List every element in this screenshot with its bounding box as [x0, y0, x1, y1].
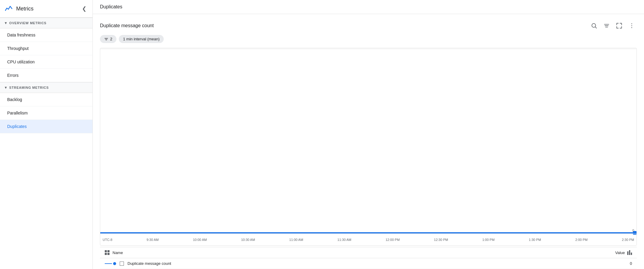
grid-icon	[105, 250, 110, 255]
x-label-1100: 11:00 AM	[289, 238, 303, 242]
chart-area: 1/s 0 UTC-8 9:30 AM 10:00 AM 10:30 AM 1	[100, 48, 637, 246]
streaming-nav-items: Backlog Parallelism Duplicates	[0, 93, 92, 133]
overview-metrics-section-header[interactable]: ▾ OVERVIEW METRICS	[0, 18, 92, 28]
x-label-100: 1:00 PM	[482, 238, 495, 242]
filter-icon	[603, 22, 610, 29]
filter-list-icon	[104, 37, 108, 41]
x-label-1000: 10:00 AM	[193, 238, 207, 242]
sidebar-item-errors[interactable]: Errors	[0, 69, 92, 82]
x-label-930: 9:30 AM	[147, 238, 159, 242]
chart-x-axis: UTC-8 9:30 AM 10:00 AM 10:30 AM 11:00 AM…	[100, 233, 637, 245]
filter-count-label: 2	[110, 37, 112, 41]
bar-1	[627, 251, 628, 255]
filter-count-chip[interactable]: 2	[100, 35, 116, 43]
search-icon	[591, 22, 597, 29]
sidebar-header: Metrics ❮	[0, 0, 92, 18]
grid-cell-4	[107, 253, 110, 255]
zero-value-label: 0	[632, 229, 634, 232]
main-content: Duplicates Duplicate message count	[93, 0, 644, 269]
fullscreen-icon	[616, 22, 622, 29]
x-label-130: 1:30 PM	[529, 238, 541, 242]
more-vert-icon	[628, 22, 635, 29]
page-header: Duplicates	[93, 0, 644, 14]
sidebar: Metrics ❮ ▾ OVERVIEW METRICS Data freshn…	[0, 0, 93, 269]
x-axis-labels: UTC-8 9:30 AM 10:00 AM 10:30 AM 11:00 AM…	[103, 238, 634, 242]
x-label-1030: 10:30 AM	[241, 238, 255, 242]
bars-icon	[627, 250, 632, 255]
bar-2	[629, 250, 630, 255]
legend-value-header: Value	[615, 250, 625, 255]
page-title: Duplicates	[100, 4, 122, 9]
interval-chip[interactable]: 1 min interval (mean)	[119, 35, 164, 43]
x-label-1200: 12:00 PM	[386, 238, 400, 242]
legend-line-indicator	[105, 262, 116, 265]
legend-row: Duplicate message count 0	[100, 258, 637, 269]
svg-point-5	[631, 23, 632, 24]
chevron-down-icon: ▾	[5, 21, 7, 25]
x-label-200: 2:00 PM	[575, 238, 588, 242]
x-label-1130: 11:30 AM	[338, 238, 351, 242]
chevron-down-icon-2: ▾	[5, 85, 7, 90]
legend-header: Name Value	[100, 247, 637, 258]
interval-label: 1 min interval (mean)	[123, 37, 160, 41]
chart-container: Duplicate message count	[93, 14, 644, 269]
chart-actions	[589, 21, 637, 30]
chart-filter-button[interactable]	[602, 21, 612, 30]
sidebar-item-data-freshness[interactable]: Data freshness	[0, 28, 92, 42]
sidebar-title: Metrics	[5, 4, 34, 13]
legend-dot	[113, 262, 116, 265]
chart-title: Duplicate message count	[100, 23, 154, 28]
sidebar-item-cpu-utilization[interactable]: CPU utilization	[0, 55, 92, 69]
streaming-metrics-section-header[interactable]: ▾ STREAMING METRICS	[0, 82, 92, 93]
svg-point-7	[631, 27, 632, 28]
legend-name-header: Name	[113, 250, 123, 255]
sidebar-item-duplicates[interactable]: Duplicates	[0, 120, 92, 133]
legend-header-right: Value	[615, 250, 632, 255]
grid-cell-1	[105, 250, 107, 252]
x-label-1230: 12:30 PM	[434, 238, 448, 242]
legend-row-name: Duplicate message count	[127, 261, 171, 266]
chart-filters: 2 1 min interval (mean)	[100, 35, 637, 43]
chart-fullscreen-button[interactable]	[614, 21, 624, 30]
legend-line-bar	[105, 263, 112, 264]
grid-cell-2	[107, 250, 110, 252]
sidebar-item-throughput[interactable]: Throughput	[0, 42, 92, 55]
svg-point-6	[631, 25, 632, 26]
x-label-utc8: UTC-8	[103, 238, 112, 242]
legend-header-left: Name	[105, 250, 123, 255]
svg-line-1	[595, 27, 596, 28]
x-label-230: 2:30 PM	[622, 238, 634, 242]
sidebar-item-backlog[interactable]: Backlog	[0, 93, 92, 106]
app-title: Metrics	[16, 6, 34, 12]
chart-search-button[interactable]	[589, 21, 599, 30]
grid-cell-3	[105, 253, 107, 255]
chart-gridline-top	[100, 49, 637, 49]
overview-nav-items: Data freshness Throughput CPU utilizatio…	[0, 28, 92, 82]
chart-header: Duplicate message count	[100, 21, 637, 30]
chart-more-button[interactable]	[627, 21, 637, 30]
legend-row-left: Duplicate message count	[105, 261, 171, 266]
chart-plot	[100, 48, 637, 233]
metrics-logo-icon	[5, 4, 13, 13]
legend-row-value: 0	[630, 261, 632, 266]
collapse-sidebar-button[interactable]: ❮	[81, 4, 88, 13]
sidebar-item-parallelism[interactable]: Parallelism	[0, 106, 92, 120]
bar-3	[631, 253, 632, 255]
legend-table: Name Value	[100, 247, 637, 269]
legend-checkbox[interactable]	[120, 262, 124, 266]
